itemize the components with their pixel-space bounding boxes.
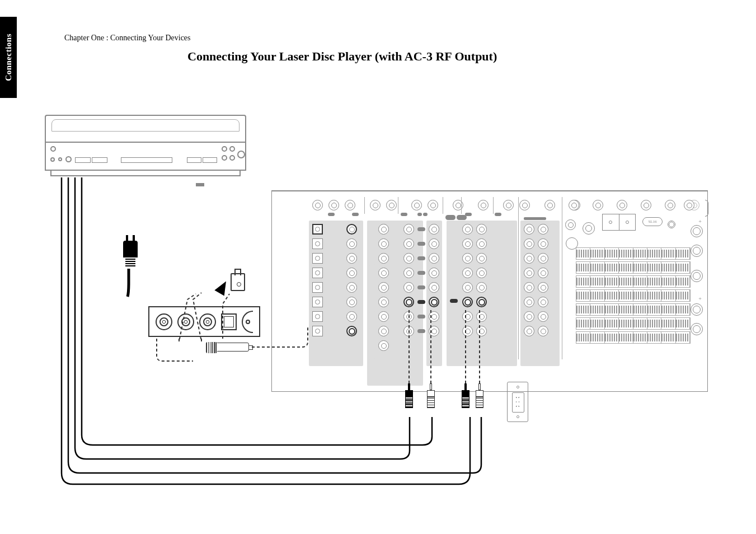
- arrow-icon: [214, 279, 231, 296]
- chapter-header: Chapter One : Connecting Your Devices: [64, 34, 191, 43]
- rca-plug-audio-right: [462, 383, 469, 408]
- optical-connector-icon: [231, 273, 245, 291]
- receiver-unit: SL16: [271, 190, 708, 392]
- rca-plug-audio-right2: [476, 383, 483, 408]
- side-tab: Connections: [0, 17, 17, 98]
- power-plug-icon: [122, 241, 139, 269]
- connection-diagram: SL16: [45, 115, 716, 479]
- side-tab-text: Connections: [4, 34, 13, 81]
- ld-back-panel: [148, 306, 260, 337]
- rca-plug-audio-left: [427, 383, 435, 408]
- rca-plug-video: [405, 383, 413, 408]
- optical-cable-icon: [215, 343, 260, 353]
- page-title: Connecting Your Laser Disc Player (with …: [187, 49, 497, 64]
- serial-port: [507, 382, 528, 422]
- laser-disc-player: [45, 115, 246, 188]
- speaker-terminals: [576, 247, 691, 354]
